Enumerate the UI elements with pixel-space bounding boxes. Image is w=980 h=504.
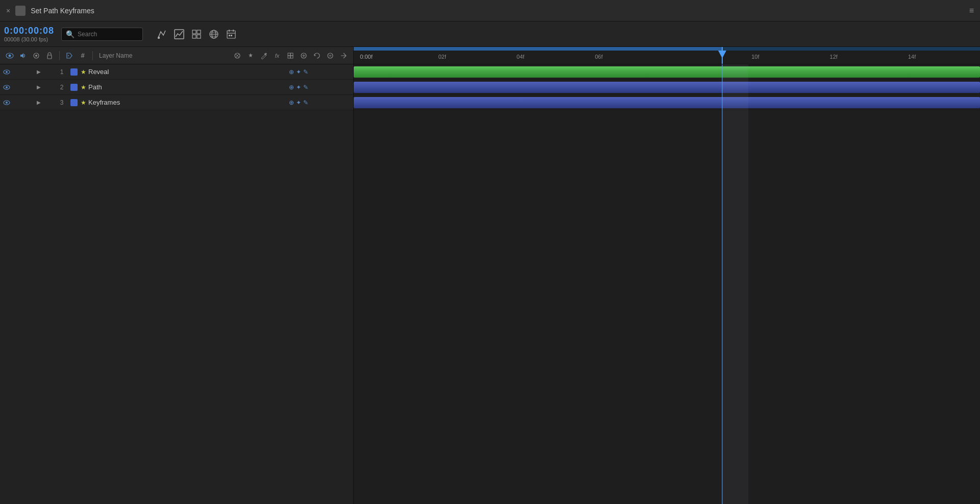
search-box[interactable]: 🔍 — [61, 28, 143, 41]
layer-2-visibility[interactable] — [2, 83, 11, 92]
layer-3-color-swatch — [70, 99, 78, 106]
graph-editor-button[interactable] — [172, 27, 187, 42]
lock-toggle[interactable] — [44, 50, 55, 61]
ruler-mark-12: 12f — [830, 54, 838, 60]
current-time-display[interactable]: 0:00:00:08 — [4, 26, 54, 36]
layer-2-paint-icon[interactable]: ✎ — [303, 84, 308, 91]
svg-rect-4 — [197, 30, 201, 34]
timeline-ruler[interactable]: 0:00f 02f 04f 06f 10f 12f 14f — [354, 47, 980, 64]
layer-3-visibility[interactable] — [2, 98, 11, 107]
solo-toggle[interactable] — [31, 50, 42, 61]
svg-point-37 — [6, 71, 8, 73]
visibility-toggle[interactable] — [4, 50, 15, 61]
layer-3-link-icon[interactable]: ⊕ — [289, 99, 294, 106]
col-icon-2[interactable] — [245, 50, 256, 61]
svg-rect-6 — [197, 35, 201, 38]
svg-rect-16 — [229, 35, 230, 36]
layer-2-num: 2 — [56, 84, 67, 91]
layer-3-actions: ⊕ ✦ ✎ — [289, 99, 312, 106]
timeline-row-2[interactable] — [354, 80, 980, 95]
layer-3-expand[interactable]: ▶ — [37, 100, 41, 105]
frame-info: 00008 (30.00 fps) — [4, 36, 54, 42]
layer-controls-header: # Layer Name fx — [0, 47, 353, 64]
layer-1-star-icon: ★ — [81, 68, 86, 76]
calendar-button[interactable] — [224, 27, 239, 42]
svg-point-41 — [6, 102, 8, 104]
timeline-bar-keyframes — [354, 97, 980, 108]
timeline-row-1[interactable] — [354, 64, 980, 80]
col-icon-fx[interactable]: fx — [272, 50, 283, 61]
left-panel: # Layer Name fx — [0, 47, 354, 504]
layer-1-vis-icons: ▶ — [0, 67, 56, 77]
col-icon-4[interactable] — [285, 50, 296, 61]
menu-icon[interactable]: ≡ — [969, 6, 974, 15]
svg-rect-5 — [192, 35, 196, 38]
layer-1-link-icon[interactable]: ⊕ — [289, 68, 294, 76]
svg-rect-1 — [158, 37, 160, 39]
panel-title: Set Path Keyframes — [31, 7, 964, 15]
col-icon-1[interactable] — [232, 50, 243, 61]
title-bar: × Set Path Keyframes ≡ — [0, 0, 980, 21]
layer-2-actions: ⊕ ✦ ✎ — [289, 84, 312, 91]
timeline-content[interactable] — [354, 64, 980, 504]
layer-1-expand[interactable]: ▶ — [37, 69, 41, 75]
svg-point-23 — [68, 55, 69, 56]
col-icon-5[interactable] — [298, 50, 309, 61]
audio-toggle[interactable] — [17, 50, 29, 61]
ruler-mark-6: 06f — [595, 54, 602, 60]
svg-point-27 — [265, 53, 267, 54]
layer-2-vis-icons: ▶ — [0, 83, 56, 92]
main-area: # Layer Name fx — [0, 47, 980, 504]
timeline-panel: 0:00f 02f 04f 06f 10f 12f 14f — [354, 47, 980, 504]
layer-2-effects-icon[interactable]: ✦ — [296, 84, 301, 91]
layer-3-star-icon: ★ — [81, 99, 86, 106]
column-header-layer-name: Layer Name — [99, 52, 132, 59]
col-icon-7[interactable] — [325, 50, 336, 61]
layer-row: ▶ 1 ★ Reveal ⊕ ✦ ✎ — [0, 64, 353, 80]
layer-3-vis-icons: ▶ — [0, 98, 56, 107]
layer-2-link-icon[interactable]: ⊕ — [289, 84, 294, 91]
panel-color-swatch — [15, 6, 26, 16]
layer-3-paint-icon[interactable]: ✎ — [303, 99, 308, 106]
svg-point-39 — [6, 86, 8, 88]
layer-3-name[interactable]: Keyframes — [88, 99, 289, 106]
timeline-bar-reveal — [354, 66, 980, 78]
svg-rect-12 — [227, 31, 235, 38]
grid-button[interactable] — [189, 27, 204, 42]
layer-row: ▶ 2 ★ Path ⊕ ✦ ✎ — [0, 80, 353, 95]
timeline-playhead-line — [722, 64, 723, 504]
ruler-mark-10: 10f — [751, 54, 759, 60]
svg-rect-3 — [192, 30, 196, 34]
ruler-mark-4: 04f — [517, 54, 524, 60]
svg-rect-28 — [288, 53, 290, 56]
layer-2-name[interactable]: Path — [88, 83, 289, 91]
layer-1-effects-icon[interactable]: ✦ — [296, 68, 301, 76]
search-icon: 🔍 — [66, 30, 75, 38]
label-tag[interactable] — [64, 50, 75, 61]
close-icon[interactable]: × — [6, 7, 10, 15]
timeline-row-3[interactable] — [354, 95, 980, 110]
layer-1-num: 1 — [56, 68, 67, 76]
col-icon-3[interactable] — [258, 50, 270, 61]
layer-1-color-swatch — [70, 68, 78, 76]
layer-3-num: 3 — [56, 99, 67, 106]
layer-3-effects-icon[interactable]: ✦ — [296, 99, 301, 106]
search-input[interactable] — [78, 31, 139, 38]
layer-2-expand[interactable]: ▶ — [37, 84, 41, 90]
ruler-mark-0: 0:00f — [360, 54, 372, 60]
layer-1-paint-icon[interactable]: ✎ — [303, 68, 308, 76]
svg-rect-30 — [288, 56, 290, 58]
svg-rect-22 — [47, 55, 52, 59]
globe-button[interactable] — [206, 27, 222, 42]
svg-rect-31 — [290, 56, 293, 58]
col-icon-6[interactable] — [311, 50, 323, 61]
number-toggle[interactable]: # — [77, 50, 88, 61]
layer-1-name[interactable]: Reveal — [88, 68, 289, 76]
motion-path-button[interactable] — [154, 27, 169, 42]
col-icon-8[interactable] — [338, 50, 349, 61]
svg-rect-17 — [231, 35, 232, 36]
layer-1-visibility[interactable] — [2, 67, 11, 77]
ruler-mark-14: 14f — [908, 54, 916, 60]
time-display: 0:00:00:08 00008 (30.00 fps) — [4, 26, 54, 42]
svg-rect-29 — [290, 53, 293, 56]
